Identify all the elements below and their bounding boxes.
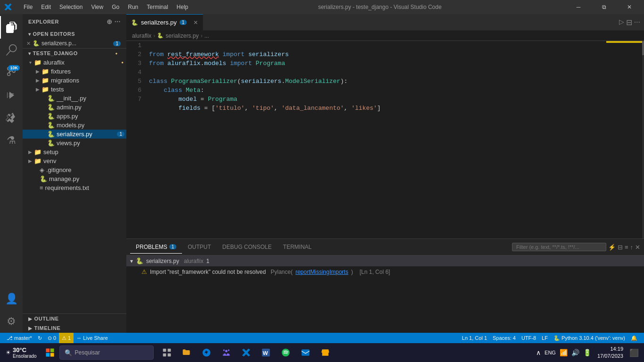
settings-activity-icon[interactable]: ⚙	[0, 310, 23, 333]
network-icon[interactable]: 📶	[558, 349, 569, 356]
accounts-activity-icon[interactable]: 👤	[0, 288, 23, 310]
close-panel-icon[interactable]: ✕	[635, 244, 640, 251]
svg-rect-3	[50, 353, 54, 357]
menu-run[interactable]: Run	[124, 3, 142, 11]
wrap-output-icon[interactable]: ≡	[625, 244, 628, 251]
extensions-activity-icon[interactable]	[0, 107, 23, 129]
serializers-badge: 1	[117, 132, 124, 137]
tree-file-gitignore[interactable]: ◈ .gitignore	[23, 165, 126, 174]
filter-icon[interactable]: ⚡	[608, 244, 616, 251]
tree-file-admin[interactable]: 🐍 admin.py	[23, 103, 126, 112]
code-content[interactable]: from rest_framework import serializers f…	[145, 41, 606, 239]
tree-file-models[interactable]: 🐍 models.py	[23, 121, 126, 130]
language-mode-status[interactable]: 🐍 Python 3.10.4 ('venv': venv)	[551, 333, 628, 343]
tree-file-views[interactable]: 🐍 views.py	[23, 139, 126, 148]
taskbar-app-vscode[interactable]	[237, 343, 256, 362]
source-control-activity-icon[interactable]: 10K	[0, 61, 23, 84]
open-editor-serializers[interactable]: ✕ 🐍 serializers.p... 1	[23, 39, 126, 48]
menu-go[interactable]: Go	[108, 3, 123, 11]
eol-status[interactable]: LF	[539, 333, 551, 343]
panel-tab-debug-console[interactable]: DEBUG CONSOLE	[217, 241, 278, 253]
breadcrumb-more[interactable]: ...	[204, 33, 209, 39]
close-editor-icon[interactable]: ✕	[26, 41, 31, 47]
taskbar-app-store[interactable]	[316, 343, 335, 362]
panel-tab-output[interactable]: OUTPUT	[182, 241, 216, 253]
folder-icon-setup: 📁	[34, 148, 41, 156]
tree-file-init[interactable]: 🐍 __init__.py	[23, 94, 126, 103]
breadcrumb-aluraflix[interactable]: aluraflix	[132, 33, 151, 39]
taskbar-app-task-view[interactable]	[157, 343, 176, 362]
problem-link[interactable]: reportMissingImports	[296, 269, 348, 275]
notifications-status[interactable]: 🔔	[628, 333, 640, 343]
taskbar-app-file-manager[interactable]	[177, 343, 196, 362]
more-tabs-icon[interactable]: ···	[634, 18, 640, 27]
menu-edit[interactable]: Edit	[37, 3, 55, 11]
new-file-icon[interactable]: ⊕	[107, 18, 113, 25]
tree-folder-fixtures[interactable]: ▶ 📁 fixtures	[23, 67, 126, 76]
tree-folder-tests[interactable]: ▶ 📁 tests	[23, 85, 126, 94]
language-tray-icon[interactable]: ENG	[543, 350, 557, 355]
split-editor-icon[interactable]: ⊟	[626, 18, 632, 27]
tree-file-manage[interactable]: 🐍 manage.py	[23, 174, 126, 183]
activity-bar: 10K ⚗ 👤 ⚙	[0, 14, 23, 333]
close-button[interactable]: ✕	[619, 0, 640, 14]
problem-group-serializers[interactable]: ▾ 🐍 serializers.py aluraflix 1	[126, 255, 644, 266]
indentation-status[interactable]: Spaces: 4	[490, 333, 519, 343]
minimize-button[interactable]: ─	[568, 0, 589, 14]
battery-icon[interactable]: 🔋	[582, 349, 593, 356]
menu-view[interactable]: View	[87, 3, 107, 11]
git-icon-gitignore: ◈	[40, 166, 44, 173]
warnings-status[interactable]: ⚠ 1	[59, 333, 74, 343]
panel-filter-input[interactable]	[512, 243, 606, 251]
sync-status[interactable]: ↻	[35, 333, 45, 343]
tree-label-aluraflix: aluraflix	[43, 59, 121, 66]
menu-selection[interactable]: Selection	[56, 3, 86, 11]
more-actions-icon[interactable]: ···	[115, 18, 121, 25]
notification-center-icon[interactable]: ⬛	[628, 348, 640, 357]
tree-folder-venv[interactable]: ▶ 📁 venv	[23, 156, 126, 165]
tree-file-requirements[interactable]: ≡ requirements.txt	[23, 183, 126, 192]
taskbar-app-edge[interactable]	[197, 343, 216, 362]
search-activity-icon[interactable]	[0, 39, 23, 61]
taskbar-app-spotify[interactable]	[276, 343, 295, 362]
volume-icon[interactable]: 🔊	[570, 349, 581, 356]
encoding-status[interactable]: UTF-8	[519, 333, 539, 343]
testing-activity-icon[interactable]: ⚗	[0, 129, 23, 152]
explorer-activity-icon[interactable]	[0, 16, 23, 39]
clock[interactable]: 14:19 17/07/2023	[594, 346, 626, 360]
run-debug-activity-icon[interactable]	[0, 84, 23, 107]
tree-file-serializers[interactable]: 🐍 serializers.py 1	[23, 130, 126, 139]
clear-output-icon[interactable]: ↑	[630, 244, 634, 251]
panel-tab-terminal[interactable]: TERMINAL	[277, 241, 317, 253]
panel-tab-problems[interactable]: PROBLEMS 1	[130, 241, 182, 254]
taskbar-app-mail[interactable]	[296, 343, 315, 362]
tab-serializers[interactable]: 🐍 serializers.py 1 ✕	[126, 14, 203, 31]
timeline-section-title[interactable]: ▶ Timeline	[23, 323, 126, 333]
tree-file-apps[interactable]: 🐍 apps.py	[23, 112, 126, 121]
live-share-status[interactable]: ↔ Live Share	[74, 333, 111, 343]
menu-help[interactable]: Help	[173, 3, 192, 11]
cursor-position-status[interactable]: Ln 1, Col 1	[459, 333, 490, 343]
breadcrumb-serializers[interactable]: serializers.py	[165, 33, 198, 39]
run-icon[interactable]: ▷	[619, 18, 624, 27]
tab-close-icon[interactable]: ✕	[193, 19, 198, 26]
menu-terminal[interactable]: Terminal	[143, 3, 172, 11]
problem-item-1[interactable]: ⚠ Import "rest_framework" could not be r…	[126, 266, 644, 277]
outline-section-title[interactable]: ▶ Outline	[23, 314, 126, 323]
tray-up-icon[interactable]: ∧	[535, 349, 542, 356]
open-editors-section-title[interactable]: ▾ Open Editors	[23, 29, 126, 39]
py-icon-serializers: 🐍	[47, 131, 55, 138]
errors-status[interactable]: ⊙ 0	[45, 333, 59, 343]
start-button[interactable]	[41, 343, 59, 362]
tree-folder-migrations[interactable]: ▶ 📁 migrations	[23, 76, 126, 85]
tree-folder-setup[interactable]: ▶ 📁 setup	[23, 148, 126, 156]
menu-file[interactable]: File	[20, 3, 36, 11]
git-branch-status[interactable]: ⎇ master*	[4, 333, 35, 343]
taskbar-search[interactable]: 🔍 Pesquisar	[59, 346, 154, 360]
collapse-all-icon[interactable]: ⊟	[618, 244, 623, 251]
tree-folder-aluraflix[interactable]: ▾ 📁 aluraflix ●	[23, 58, 126, 67]
taskbar-app-word[interactable]: W	[256, 343, 275, 362]
project-section-title[interactable]: ▾ Teste_Django ●	[23, 49, 126, 58]
taskbar-app-teams[interactable]	[217, 343, 236, 362]
restore-button[interactable]: ⧉	[593, 0, 615, 14]
